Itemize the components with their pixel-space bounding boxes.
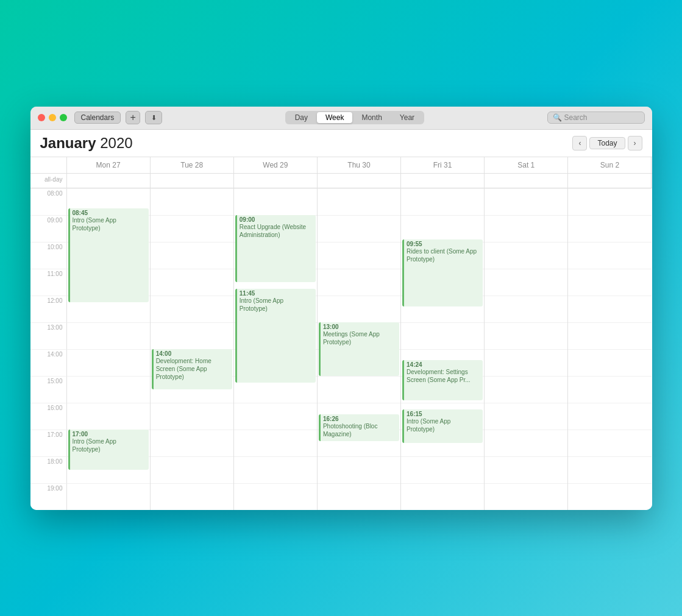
year-label: 2020: [100, 135, 132, 151]
allday-label: all-day: [30, 174, 67, 188]
time-1400: 14:00: [30, 349, 67, 376]
event-wed-1145[interactable]: 11:45 Intro (Some App Prototype): [235, 289, 316, 383]
day-header-sat: Sat 1: [485, 157, 568, 173]
time-1600: 16:00: [30, 403, 67, 430]
event-fri-0955[interactable]: 09:55 Rides to client (Some App Prototyp…: [402, 239, 483, 306]
search-placeholder: Search: [564, 113, 588, 122]
day-header-mon: Mon 27: [67, 157, 151, 173]
calendars-button[interactable]: Calendars: [74, 112, 121, 124]
allday-cell-thu: [318, 174, 401, 188]
allday-cell-sun: [568, 174, 652, 188]
search-box[interactable]: 🔍 Search: [547, 112, 645, 124]
day-header-tue: Tue 28: [151, 157, 234, 173]
next-button[interactable]: ›: [628, 136, 642, 150]
day-col-mon[interactable]: 08:45 Intro (Some App Prototype) 17:00 I…: [67, 188, 151, 510]
event-thu-1626[interactable]: 16:26 Photoshooting (Bloc Magazine): [319, 414, 399, 441]
close-button[interactable]: [38, 114, 45, 121]
search-icon: 🔍: [553, 113, 562, 122]
day-header-fri: Fri 31: [401, 157, 485, 173]
allday-cell-wed: [234, 174, 318, 188]
time-column: 08:00 09:00 10:00 11:00 12:00 13:00 14:0…: [30, 188, 67, 510]
time-1000: 10:00: [30, 242, 67, 269]
view-tabs-container: Day Week Month Year: [167, 111, 542, 124]
event-thu-1300[interactable]: 13:00 Meetings (Some App Prototype): [319, 322, 399, 376]
day-header-sun: Sun 2: [568, 157, 652, 173]
event-tue-1400[interactable]: 14:00 Development: Home Screen (Some App…: [152, 349, 232, 389]
calendar-header: January 2020 ‹ Today ›: [30, 130, 652, 157]
time-1200: 12:00: [30, 296, 67, 322]
day-col-fri[interactable]: 09:55 Rides to client (Some App Prototyp…: [401, 188, 485, 510]
time-grid: 08:00 09:00 10:00 11:00 12:00 13:00 14:0…: [30, 188, 652, 510]
calendar-body: 08:00 09:00 10:00 11:00 12:00 13:00 14:0…: [30, 188, 652, 510]
event-fri-1615[interactable]: 16:15 Intro (Some App Prototype): [402, 409, 483, 443]
view-tabs: Day Week Month Year: [285, 111, 424, 124]
time-0900: 09:00: [30, 215, 67, 242]
day-col-tue[interactable]: 14:00 Development: Home Screen (Some App…: [151, 188, 234, 510]
time-1900: 19:00: [30, 483, 67, 510]
day-headers: Mon 27 Tue 28 Wed 29 Thu 30 Fri 31 Sat 1…: [30, 157, 652, 174]
event-mon-1700[interactable]: 17:00 Intro (Some App Prototype): [68, 430, 149, 470]
time-1100: 11:00: [30, 269, 67, 296]
day-header-wed: Wed 29: [234, 157, 318, 173]
minimize-button[interactable]: [49, 114, 56, 121]
allday-cell-fri: [401, 174, 485, 188]
day-col-thu[interactable]: 13:00 Meetings (Some App Prototype) 16:2…: [318, 188, 401, 510]
allday-cell-sat: [485, 174, 568, 188]
month-label: January: [40, 135, 96, 151]
event-wed-0900[interactable]: 09:00 React Upgrade (Website Administrat…: [235, 215, 316, 282]
time-1300: 13:00: [30, 322, 67, 349]
tab-day[interactable]: Day: [286, 112, 316, 123]
tab-week[interactable]: Week: [317, 112, 352, 123]
time-0800: 08:00: [30, 188, 67, 215]
export-button[interactable]: ⬇: [145, 111, 162, 124]
allday-row: all-day: [30, 174, 652, 188]
titlebar: Calendars + ⬇ Day Week Month Year 🔍 Sear…: [30, 107, 652, 130]
time-1500: 15:00: [30, 376, 67, 403]
day-col-wed[interactable]: 09:00 React Upgrade (Website Administrat…: [234, 188, 318, 510]
time-1700: 17:00: [30, 430, 67, 456]
allday-cell-mon: [67, 174, 151, 188]
event-mon-0845[interactable]: 08:45 Intro (Some App Prototype): [68, 208, 149, 302]
prev-button[interactable]: ‹: [572, 136, 587, 150]
maximize-button[interactable]: [60, 114, 67, 121]
time-1800: 18:00: [30, 456, 67, 483]
event-fri-1424[interactable]: 14:24 Development: Settings Screen (Some…: [402, 360, 483, 400]
add-event-button[interactable]: +: [126, 111, 140, 124]
nav-buttons: ‹ Today ›: [572, 136, 642, 150]
calendar-title: January 2020: [40, 135, 573, 152]
day-col-sat[interactable]: [485, 188, 568, 510]
tab-year[interactable]: Year: [391, 112, 423, 123]
allday-cell-tue: [151, 174, 234, 188]
tab-month[interactable]: Month: [353, 112, 390, 123]
traffic-lights: [38, 114, 67, 121]
calendar-window: Calendars + ⬇ Day Week Month Year 🔍 Sear…: [30, 107, 652, 510]
today-button[interactable]: Today: [589, 137, 625, 149]
day-header-thu: Thu 30: [318, 157, 401, 173]
day-col-sun[interactable]: [568, 188, 652, 510]
